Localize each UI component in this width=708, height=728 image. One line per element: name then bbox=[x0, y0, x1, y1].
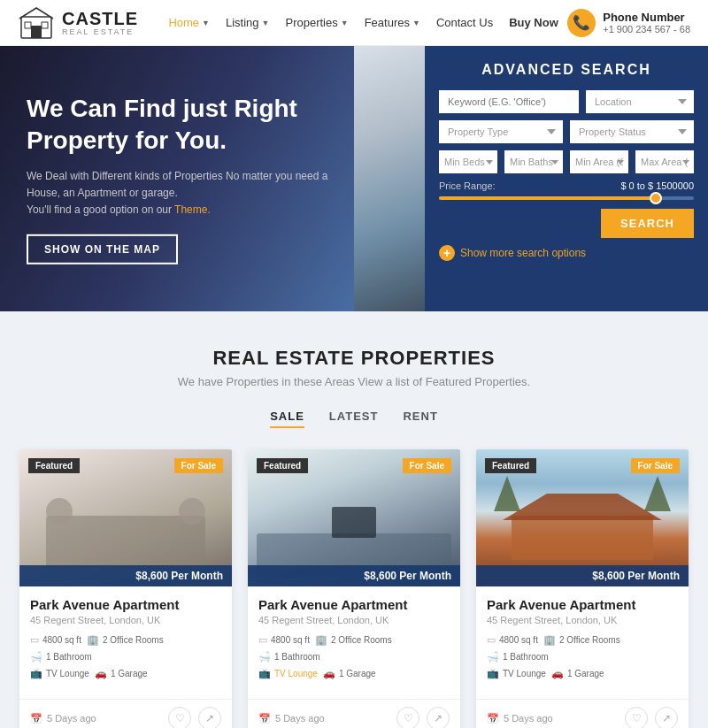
hero-title: We Can Find just Right Property for You. bbox=[27, 93, 345, 157]
search-button[interactable]: SEARCH bbox=[601, 209, 694, 238]
property-card-3: Featured For Sale $8,600 Per Month Park … bbox=[476, 449, 689, 728]
card-date-2: 📅 5 Days ago bbox=[258, 713, 325, 724]
nav: Home ▼ Listing ▼ Properties ▼ Features ▼… bbox=[159, 16, 567, 29]
phone-number: +1 900 234 567 - 68 bbox=[603, 24, 690, 34]
feat-sqft-2: ▭ 4800 sq ft bbox=[258, 634, 310, 646]
nav-home[interactable]: Home ▼ bbox=[168, 16, 210, 29]
property-type-select[interactable]: Property Type bbox=[439, 120, 563, 143]
feat-tv-1: 📺 TV Lounge bbox=[30, 668, 89, 679]
share-button-1[interactable]: ↗ bbox=[198, 707, 221, 728]
tab-latest[interactable]: LATEST bbox=[329, 410, 379, 428]
card-actions-2: ♡ ↗ bbox=[396, 707, 450, 728]
search-title: ADVANCED SEARCH bbox=[439, 62, 694, 78]
card-date-1: 📅 5 Days ago bbox=[30, 713, 96, 724]
badge-sale-1: For Sale bbox=[174, 458, 223, 473]
nav-buy[interactable]: Buy Now bbox=[509, 16, 558, 29]
card-body-1: Park Avenue Apartment 45 Regent Street, … bbox=[19, 586, 232, 692]
search-row-3: Min Beds Min Baths Min Area (S Max Area … bbox=[439, 150, 694, 173]
card-title-3: Park Avenue Apartment bbox=[487, 597, 678, 612]
feat-rooms-2: 🏢 2 Office Rooms bbox=[315, 634, 392, 646]
feat-garage-1: 🚗 1 Garage bbox=[95, 668, 148, 679]
min-baths-select[interactable]: Min Baths bbox=[504, 150, 563, 173]
min-beds-select[interactable]: Min Beds bbox=[439, 150, 497, 173]
card-image-1: Featured For Sale $8,600 Per Month bbox=[19, 449, 232, 586]
cards-row: Featured For Sale $8,600 Per Month Park … bbox=[18, 449, 690, 728]
nav-listing[interactable]: Listing ▼ bbox=[226, 16, 270, 29]
max-area-select[interactable]: Max Area (Si bbox=[635, 150, 694, 173]
card-features-1: ▭ 4800 sq ft 🏢 2 Office Rooms 🛁 1 Bathro… bbox=[30, 634, 221, 663]
feat-garage-3: 🚗 1 Garage bbox=[551, 668, 604, 679]
favorite-button-3[interactable]: ♡ bbox=[625, 707, 648, 728]
price-label: Price Range: bbox=[439, 180, 496, 191]
show-more-label: Show more search options bbox=[460, 247, 586, 259]
hero-link[interactable]: Theme. bbox=[174, 203, 211, 216]
svg-rect-3 bbox=[42, 22, 48, 28]
card-footer-2: 📅 5 Days ago ♡ ↗ bbox=[248, 707, 460, 728]
card-image-2: Featured For Sale $8,600 Per Month bbox=[248, 449, 460, 586]
card-divider-3 bbox=[476, 699, 689, 700]
card-features-3: ▭ 4800 sq ft 🏢 2 Office Rooms 🛁 1 Bathro… bbox=[487, 634, 678, 663]
min-area-select[interactable]: Min Area (S bbox=[570, 150, 628, 173]
nav-contact[interactable]: Contact Us bbox=[436, 16, 493, 29]
location-select[interactable]: Location bbox=[586, 90, 694, 113]
property-card-2: Featured For Sale $8,600 Per Month Park … bbox=[248, 449, 460, 728]
card-features-3b: 📺 TV Lounge 🚗 1 Garage bbox=[487, 668, 678, 679]
card-body-2: Park Avenue Apartment 45 Regent Street, … bbox=[248, 586, 460, 692]
tab-rent[interactable]: RENT bbox=[403, 410, 437, 428]
phone-icon: 📞 bbox=[567, 9, 596, 37]
feat-tv-3: 📺 TV Lounge bbox=[487, 668, 546, 679]
badge-sale-2: For Sale bbox=[403, 458, 451, 473]
card-features-2b: 📺 TV Lounge 🚗 1 Garage bbox=[258, 668, 450, 679]
favorite-button-2[interactable]: ♡ bbox=[396, 707, 419, 728]
badge-sale-3: For Sale bbox=[631, 458, 680, 473]
slider-fill bbox=[439, 196, 656, 200]
search-bottom-row: SEARCH bbox=[439, 209, 694, 238]
nav-features[interactable]: Features ▼ bbox=[365, 16, 420, 29]
hero-desc: We Deal with Different kinds of Properti… bbox=[27, 168, 345, 219]
card-title-2: Park Avenue Apartment bbox=[258, 597, 450, 612]
tab-sale[interactable]: SALE bbox=[270, 410, 304, 428]
share-button-3[interactable]: ↗ bbox=[655, 707, 678, 728]
feat-sqft-1: ▭ 4800 sq ft bbox=[30, 634, 81, 646]
show-more-icon: + bbox=[439, 245, 455, 261]
property-status-select[interactable]: Property Status bbox=[570, 120, 694, 143]
card-body-3: Park Avenue Apartment 45 Regent Street, … bbox=[476, 586, 689, 692]
show-map-button[interactable]: SHOW ON THE MAP bbox=[27, 234, 178, 264]
price-row: Price Range: $ 0 to $ 1500000 bbox=[439, 180, 694, 191]
logo-title: CASTLE bbox=[62, 9, 138, 28]
price-value: $ 0 to $ 1500000 bbox=[620, 180, 694, 191]
feat-garage-2: 🚗 1 Garage bbox=[323, 668, 376, 679]
search-row-2: Property Type Property Status bbox=[439, 120, 694, 143]
nav-properties[interactable]: Properties ▼ bbox=[285, 16, 348, 29]
keyword-input[interactable] bbox=[439, 90, 579, 113]
card-title-1: Park Avenue Apartment bbox=[30, 597, 221, 612]
phone-label: Phone Number bbox=[603, 11, 690, 24]
badge-featured-2: Featured bbox=[257, 458, 308, 473]
card-footer-3: 📅 5 Days ago ♡ ↗ bbox=[476, 707, 689, 728]
price-tag-2: $8,600 Per Month bbox=[248, 565, 460, 586]
feat-sqft-3: ▭ 4800 sq ft bbox=[487, 634, 538, 646]
card-actions-3: ♡ ↗ bbox=[625, 707, 678, 728]
properties-tabs: SALE LATEST RENT bbox=[18, 410, 690, 428]
show-more-options[interactable]: + Show more search options bbox=[439, 245, 694, 261]
share-button-2[interactable]: ↗ bbox=[427, 707, 450, 728]
header: CASTLE REAL ESTATE Home ▼ Listing ▼ Prop… bbox=[0, 0, 708, 46]
feat-rooms-1: 🏢 2 Office Rooms bbox=[87, 634, 164, 646]
feat-bath-2: 🛁 1 Bathroom bbox=[258, 651, 320, 663]
search-panel: ADVANCED SEARCH Location Property Type P… bbox=[425, 46, 708, 311]
badge-featured-1: Featured bbox=[28, 458, 80, 473]
feat-bath-3: 🛁 1 Bathroom bbox=[487, 651, 549, 663]
logo[interactable]: CASTLE REAL ESTATE bbox=[18, 4, 159, 42]
slider-thumb[interactable] bbox=[650, 192, 662, 204]
svg-rect-2 bbox=[25, 22, 31, 28]
card-footer-1: 📅 5 Days ago ♡ ↗ bbox=[19, 707, 232, 728]
price-slider[interactable] bbox=[439, 196, 694, 200]
price-tag-1: $8,600 Per Month bbox=[19, 565, 232, 586]
feat-rooms-3: 🏢 2 Office Rooms bbox=[543, 634, 620, 646]
properties-subtitle: We have Properties in these Areas View a… bbox=[18, 375, 690, 388]
hero-section: We Can Find just Right Property for You.… bbox=[0, 46, 708, 311]
favorite-button-1[interactable]: ♡ bbox=[168, 707, 191, 728]
feat-bath-1: 🛁 1 Bathroom bbox=[30, 651, 92, 663]
svg-rect-1 bbox=[31, 26, 42, 38]
properties-section: REAL ESTATE PROPERTIES We have Propertie… bbox=[0, 311, 708, 728]
